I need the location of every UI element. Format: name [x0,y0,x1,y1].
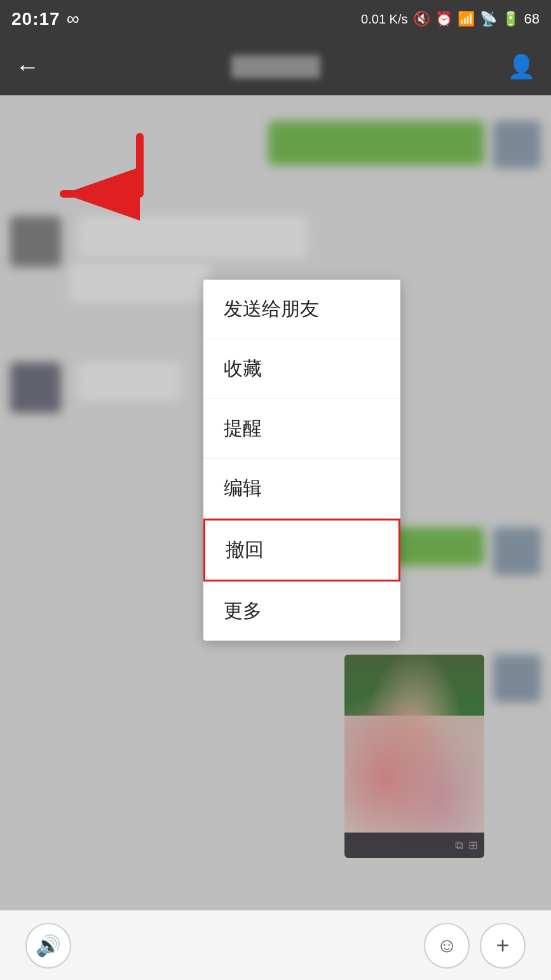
contact-name-blurred [231,55,320,78]
chat-area: ⧉ ⊞ 发送给朋友 收藏 提醒 编辑 撤回 更多 [0,95,551,910]
status-time: 20:17 [11,9,60,29]
voice-icon: 🔊 [36,934,61,958]
wifi-icon: 📶 [458,11,475,27]
context-menu-recall[interactable]: 撤回 [203,519,400,582]
context-menu-collect[interactable]: 收藏 [203,339,400,399]
back-button[interactable]: ← [15,53,39,81]
nav-title [231,55,320,78]
battery-icon: 🔋 [502,11,519,27]
emoji-button[interactable]: ☺ [424,923,470,969]
emoji-icon: ☺ [437,934,458,957]
add-icon: + [496,932,509,959]
mute-icon: 🔇 [413,11,430,27]
context-menu-edit[interactable]: 编辑 [203,459,400,519]
status-infinity: ∞ [67,9,79,29]
signal-icon: 📡 [480,11,497,27]
bottom-toolbar: 🔊 ☺ + [0,910,551,980]
add-button[interactable]: + [480,923,526,969]
network-speed: 0.01 K/s [361,12,407,27]
voice-button[interactable]: 🔊 [25,923,71,969]
battery-level: 68 [524,11,540,27]
nav-bar: ← 👤 [0,38,551,95]
alarm-icon: ⏰ [435,11,452,27]
status-bar: 20:17 ∞ 0.01 K/s 🔇 ⏰ 📶 📡 🔋 68 [0,0,551,38]
status-right: 0.01 K/s 🔇 ⏰ 📶 📡 🔋 68 [361,11,540,27]
context-menu-remind[interactable]: 提醒 [203,399,400,459]
status-left: 20:17 ∞ [11,9,79,29]
context-menu-send-to-friend[interactable]: 发送给朋友 [203,280,400,339]
context-menu: 发送给朋友 收藏 提醒 编辑 撤回 更多 [203,280,400,641]
profile-button[interactable]: 👤 [507,53,536,80]
context-menu-more[interactable]: 更多 [203,582,400,641]
